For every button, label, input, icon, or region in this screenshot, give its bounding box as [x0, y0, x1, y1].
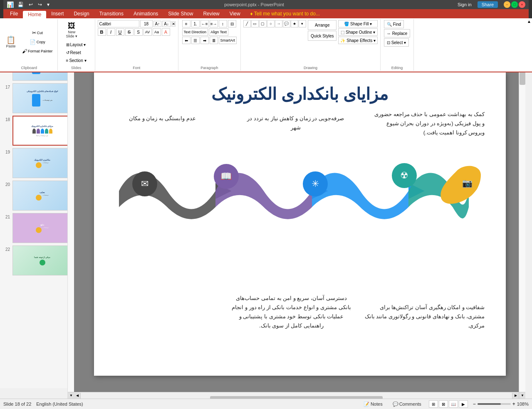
comments-btn[interactable]: 💬 Comments [390, 401, 424, 408]
center-align-btn[interactable]: ☰ [191, 37, 200, 44]
normal-view-btn[interactable]: ⊞ [429, 400, 438, 408]
cut-btn[interactable]: ✂Cut [20, 29, 55, 37]
slide-thumb-22[interactable]: 22 میانی از توجه شما [2, 245, 72, 275]
slide-thumb-21[interactable]: 21 نتایج توضیحات... [2, 213, 72, 243]
text-shadow-btn[interactable]: S [134, 28, 143, 36]
slide-thumb-20[interactable]: 20 معایب توضیحات... [2, 181, 72, 211]
decrease-font-btn[interactable]: A↓ [162, 21, 171, 27]
close-btn[interactable]: × [519, 1, 525, 8]
menu-review[interactable]: Review [198, 9, 224, 18]
signin-btn[interactable]: Sign in [458, 2, 472, 7]
quick-styles-btn[interactable]: Quick Styles [308, 31, 337, 41]
zoom-in-btn[interactable]: + [512, 401, 515, 407]
copy-btn[interactable]: 📄Copy [20, 38, 55, 46]
font-case-btn[interactable]: Aa [153, 28, 161, 36]
notes-btn[interactable]: 📝 Notes [361, 401, 385, 408]
arrange-btn[interactable]: Arrange [308, 20, 337, 30]
bullets-btn[interactable]: ≡ [182, 20, 191, 27]
section-btn[interactable]: ≡Section ▾ [64, 57, 89, 64]
maximize-btn[interactable]: □ [511, 1, 518, 8]
columns-btn[interactable]: ⊟ [228, 20, 236, 27]
select-btn[interactable]: ⊡ Select ▾ [384, 38, 409, 47]
slide-scroll-down[interactable]: ▼ [68, 392, 74, 399]
find-btn[interactable]: 🔍 Find [384, 20, 404, 28]
main-hscroll[interactable]: ◀ ▶ [74, 392, 519, 399]
circle-3: ✳ [303, 171, 328, 196]
justify-btn[interactable]: ≣ [210, 37, 218, 44]
numbering-btn[interactable]: 1. [191, 20, 200, 27]
line-spacing-btn[interactable]: ↕ [219, 20, 227, 27]
circle-1: ✉ [132, 171, 157, 196]
left-align-btn[interactable]: ⬅ [182, 37, 191, 44]
main-scroll-left[interactable]: ◀ [74, 393, 81, 399]
increase-font-btn[interactable]: A↑ [153, 21, 162, 27]
font-size-input[interactable] [140, 20, 153, 27]
customize-qa-btn[interactable]: ▾ [46, 1, 51, 8]
slide-sorter-btn[interactable]: ⊠ [439, 400, 448, 408]
italic-btn[interactable]: I [107, 28, 115, 36]
shape-effects-btn[interactable]: ✨ Shape Effects ▾ [338, 37, 378, 44]
shape-rounded-btn[interactable]: ▢ [259, 20, 267, 27]
save-qa-btn[interactable]: 💾 [16, 1, 25, 8]
shape-fill-btn[interactable]: 🪣 Shape Fill ▾ [338, 20, 378, 27]
layout-btn[interactable]: ⊞Layout▾ [64, 41, 88, 48]
shape-arrow-btn[interactable]: → [275, 20, 282, 27]
zoom-level[interactable]: 108% [517, 402, 529, 407]
undo-qa-btn[interactable]: ↩ [27, 1, 34, 8]
share-btn[interactable]: Share [478, 1, 498, 8]
slide-thumb-19[interactable]: 19 مکانیزم الکترونیک توضیحات... [2, 148, 72, 178]
slides-vscroll[interactable]: ▲ ▼ [67, 49, 74, 399]
font-name-input[interactable] [98, 20, 139, 27]
align-text-btn[interactable]: Align Text [209, 28, 228, 36]
slide-thumb-17[interactable]: 17 انواع شبکه‌های بانکداری الکترونیکی مت… [2, 83, 72, 113]
convert-smartart-btn[interactable]: SmartArt [219, 37, 237, 44]
main-scroll-down[interactable]: ▼ [519, 392, 525, 399]
shape-line-btn[interactable]: ╱ [243, 20, 251, 27]
strikethrough-btn[interactable]: S [125, 28, 134, 36]
menu-insert[interactable]: Insert [46, 9, 69, 18]
circle-4: ☢ [392, 163, 417, 188]
menu-transitions[interactable]: Transitions [94, 9, 129, 18]
zoom-out-btn[interactable]: − [473, 401, 476, 407]
main-scroll-right[interactable]: ▶ [512, 393, 519, 399]
text-bottom-right: شفافیت و امکان رهگیری آسان تراکنش‌ها برا… [364, 303, 485, 330]
reset-btn[interactable]: ↺Reset [64, 49, 83, 56]
shape-callout-btn[interactable]: 💬 [283, 20, 290, 27]
format-painter-btn[interactable]: 🖌Format Painter [20, 47, 55, 55]
slideshow-btn[interactable]: ▶ [459, 400, 468, 408]
text-direction-btn[interactable]: Text Direction [182, 28, 208, 36]
slide-thumb-18[interactable]: 18 مزایای بانکداری الکترونیک متن توضیحات… [2, 116, 72, 146]
shape-rect-btn[interactable]: ▭ [251, 20, 259, 27]
zoom-slider[interactable] [478, 403, 511, 405]
menu-design[interactable]: Design [69, 9, 94, 18]
circle-5: 📷 [456, 171, 479, 194]
ribbon-collapse-btn[interactable]: ▲ [527, 19, 531, 24]
menu-view[interactable]: View [225, 9, 245, 18]
redo-qa-btn[interactable]: ↪ [37, 1, 43, 8]
char-spacing-btn[interactable]: AV [144, 28, 152, 36]
underline-btn[interactable]: U [116, 28, 124, 36]
menu-animations[interactable]: Animations [129, 9, 163, 18]
new-slide-btn[interactable]: 🖼 NewSlide ▾ [64, 20, 80, 40]
right-align-btn[interactable]: ➡ [200, 37, 209, 44]
bold-btn[interactable]: B [98, 28, 106, 36]
menu-tell-me[interactable]: ♦ Tell me what you want to do... [245, 9, 325, 18]
increase-indent-btn[interactable]: ≡→ [210, 20, 218, 27]
minimize-btn[interactable]: − [504, 1, 510, 8]
paste-btn[interactable]: 📋 Paste [3, 34, 18, 50]
shape-star-btn[interactable]: ★ [291, 20, 298, 27]
font-color-btn[interactable]: A [162, 28, 170, 36]
main-vscroll[interactable]: ▲ ▼ [519, 49, 525, 399]
reading-view-btn[interactable]: 📖 [449, 400, 458, 408]
replace-btn[interactable]: ↔ Replace [384, 29, 410, 37]
shape-circle-btn[interactable]: ○ [267, 20, 275, 27]
menu-file[interactable]: File [5, 9, 23, 18]
decrease-indent-btn[interactable]: ←≡ [200, 20, 209, 27]
clear-format-btn[interactable]: ✕ [171, 21, 176, 27]
shape-more-btn[interactable]: ▾ [299, 20, 306, 27]
menu-slideshow[interactable]: Slide Show [163, 9, 198, 18]
language-status: English (United States) [36, 402, 83, 407]
menu-home[interactable]: Home [23, 11, 46, 18]
text-bottom-left: دسترسی آسان، سریع و امن به تمامی حساب‌ها… [231, 294, 352, 330]
shape-outline-btn[interactable]: ⬚ Shape Outline ▾ [338, 28, 378, 36]
